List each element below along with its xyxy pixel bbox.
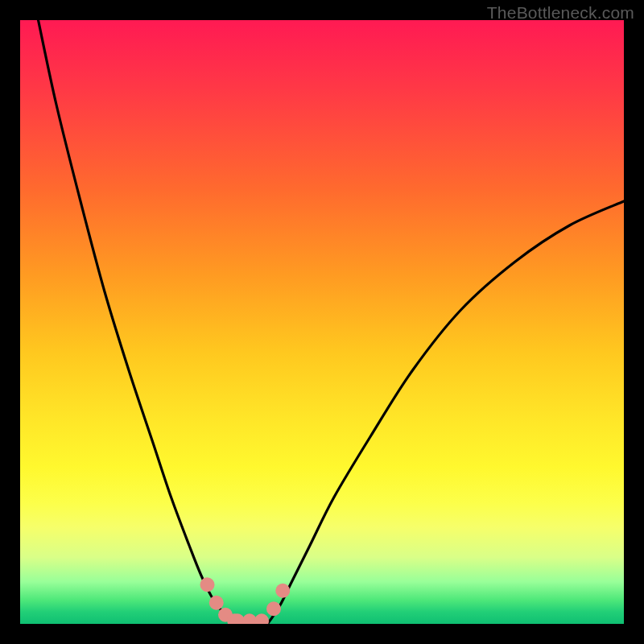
- dots-right: [266, 584, 290, 617]
- data-point: [209, 596, 224, 610]
- line-right-path: [268, 201, 625, 624]
- curves-layer: [20, 20, 624, 624]
- data-point: [254, 613, 269, 624]
- plot-area: [20, 20, 624, 624]
- data-point: [275, 584, 290, 598]
- line-right: [268, 201, 625, 624]
- watermark-text: TheBottleneck.com: [487, 3, 634, 23]
- dots-bottom: [230, 613, 269, 624]
- data-point: [266, 601, 281, 616]
- data-point: [200, 577, 215, 592]
- line-left: [39, 20, 232, 624]
- chart-frame: TheBottleneck.com: [0, 0, 644, 644]
- line-left-path: [39, 20, 232, 624]
